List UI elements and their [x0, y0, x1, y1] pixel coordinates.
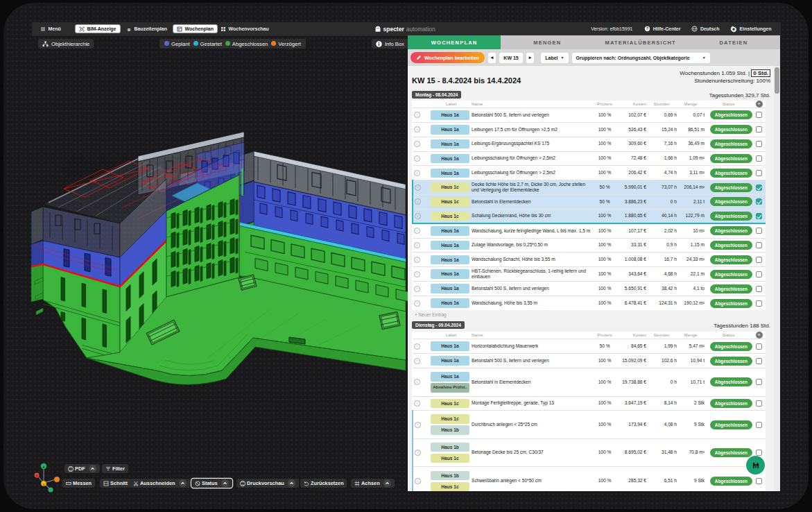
svg-text:z: z	[43, 465, 45, 469]
svg-text:?: ?	[646, 26, 648, 31]
